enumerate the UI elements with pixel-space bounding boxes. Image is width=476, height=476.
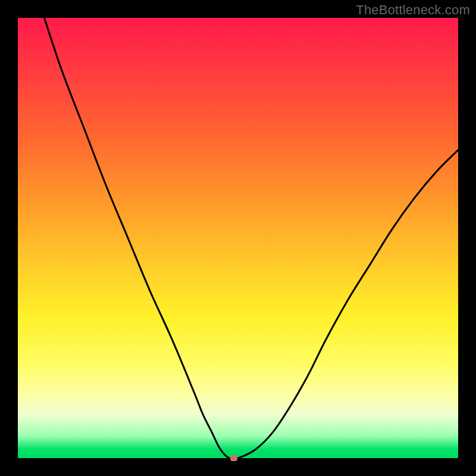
bottleneck-curve	[44, 18, 458, 458]
chart-frame: TheBottleneck.com	[0, 0, 476, 476]
watermark-text: TheBottleneck.com	[356, 2, 470, 18]
curve-svg	[18, 18, 458, 458]
bottleneck-marker	[230, 455, 237, 461]
plot-area	[18, 18, 458, 458]
